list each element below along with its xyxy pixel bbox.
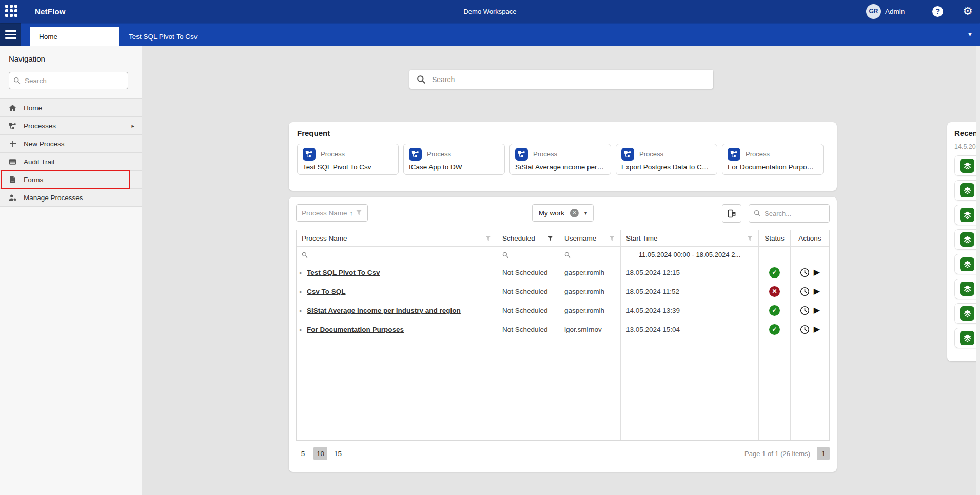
process-table-section: Process Name ↑ My work ✕ ▾ Process Name: [289, 197, 837, 472]
process-icon: [409, 148, 422, 161]
sidebar-item-audit-trail[interactable]: Audit Trail: [0, 153, 142, 171]
user-role-label: Admin: [885, 8, 905, 15]
tab-home[interactable]: Home: [30, 27, 119, 46]
scheduled-cell: Not Scheduled: [497, 282, 559, 301]
sidebar-item-forms[interactable]: Forms: [0, 171, 142, 189]
success-check-icon: ✓: [772, 326, 777, 333]
process-name-link[interactable]: SiStat Average income per industry and r…: [307, 307, 461, 314]
tabs-dropdown-caret-icon[interactable]: ▼: [967, 31, 973, 37]
schedule-clock-icon[interactable]: [800, 325, 810, 334]
column-header-start-time[interactable]: Start Time: [621, 230, 759, 247]
table-header-row: Process Name Scheduled Username Start Ti…: [297, 230, 829, 247]
tab-bar: Home Test SQL Pivot To Csv ▼: [0, 23, 980, 46]
column-header-actions[interactable]: Actions: [791, 230, 829, 247]
process-name-link[interactable]: Csv To SQL: [307, 288, 346, 295]
run-play-icon[interactable]: ▶: [814, 306, 820, 314]
column-header-scheduled[interactable]: Scheduled: [497, 230, 559, 247]
frequent-process-card[interactable]: Process ICase App to DW: [403, 144, 505, 175]
frequent-process-card[interactable]: Process SiStat Average income per…: [509, 144, 611, 175]
sidebar-search[interactable]: [9, 72, 128, 89]
plus-icon: [8, 140, 17, 147]
sidebar-item-new-process[interactable]: New Process: [0, 135, 142, 153]
page-info-label: Page 1 of 1 (26 items): [744, 450, 810, 458]
sidebar-search-input[interactable]: [25, 77, 124, 85]
settings-gear-icon[interactable]: ⚙: [963, 6, 973, 17]
layers-icon: [960, 306, 974, 321]
vertical-scrollbar[interactable]: [976, 46, 980, 495]
global-search-input[interactable]: [432, 75, 706, 84]
filter-start-time-range[interactable]: 11.05.2024 00:00 - 18.05.2024 2...: [621, 247, 759, 263]
recent-section: Recent 14.5.2024: [947, 122, 980, 361]
start-time-cell: 13.05.2024 15:04: [621, 320, 759, 339]
frequent-process-card[interactable]: Process Export Postgres Data to C…: [616, 144, 717, 175]
page-size-5[interactable]: 5: [296, 447, 310, 460]
table-search[interactable]: [749, 204, 830, 223]
sidebar-item-manage-processes[interactable]: Manage Processes: [0, 189, 142, 207]
process-type-label: Process: [427, 150, 451, 158]
status-badge: ✓✕: [759, 263, 791, 282]
layers-icon: [960, 257, 974, 271]
table-row[interactable]: ▸ Test SQL Pivot To Csv Not Scheduled ga…: [297, 263, 829, 282]
process-icon: [621, 148, 634, 161]
layers-icon: [960, 282, 974, 296]
my-work-filter-value: My work: [539, 209, 564, 217]
navigation-sidebar: Navigation Home Processes ▸ New Process …: [0, 46, 142, 495]
table-search-input[interactable]: [765, 210, 825, 217]
row-expand-icon[interactable]: ▸: [300, 308, 302, 313]
run-play-icon[interactable]: ▶: [814, 325, 820, 333]
process-type-label: Process: [639, 150, 663, 158]
table-row[interactable]: ▸ SiStat Average income per industry and…: [297, 301, 829, 320]
schedule-clock-icon[interactable]: [800, 306, 810, 315]
clear-filter-icon[interactable]: ✕: [570, 209, 579, 217]
row-expand-icon[interactable]: ▸: [300, 289, 302, 294]
sort-chip-process-name[interactable]: Process Name ↑: [296, 204, 368, 222]
filter-funnel-icon[interactable]: [485, 235, 492, 242]
user-avatar[interactable]: GR: [866, 4, 881, 19]
filter-username[interactable]: [559, 247, 621, 263]
filter-funnel-icon: [356, 210, 362, 216]
filter-funnel-icon[interactable]: [747, 235, 753, 242]
run-play-icon[interactable]: ▶: [814, 268, 820, 276]
help-icon[interactable]: ?: [932, 6, 943, 17]
filter-process-name[interactable]: [297, 247, 497, 263]
column-header-status[interactable]: Status: [759, 230, 791, 247]
sidebar-item-processes[interactable]: Processes ▸: [0, 117, 142, 135]
filter-scheduled[interactable]: [497, 247, 559, 263]
column-header-username[interactable]: Username: [559, 230, 621, 247]
filter-funnel-active-icon[interactable]: [547, 235, 554, 242]
table-row[interactable]: ▸ Csv To SQL Not Scheduled gasper.romih …: [297, 282, 829, 301]
process-name: Test SQL Pivot To Csv: [303, 163, 393, 171]
page-size-15[interactable]: 15: [331, 447, 345, 460]
table-row[interactable]: ▸ For Documentation Purposes Not Schedul…: [297, 320, 829, 339]
sidebar-item-home[interactable]: Home: [0, 99, 142, 117]
page-1-button[interactable]: 1: [817, 447, 830, 460]
table-empty-area: [297, 339, 829, 440]
column-chooser-icon: [728, 209, 736, 218]
page-size-10-selected[interactable]: 10: [313, 447, 327, 460]
frequent-process-card[interactable]: Process Test SQL Pivot To Csv: [297, 144, 399, 175]
row-expand-icon[interactable]: ▸: [300, 327, 302, 332]
tab-test-sql-pivot[interactable]: Test SQL Pivot To Csv: [119, 27, 208, 46]
process-type-label: Process: [746, 150, 770, 158]
processes-icon: [8, 122, 17, 130]
app-grid-icon[interactable]: [5, 5, 18, 18]
layers-icon: [960, 159, 974, 173]
filter-funnel-icon[interactable]: [609, 235, 615, 242]
column-chooser-button[interactable]: [722, 204, 741, 223]
process-name-link[interactable]: Test SQL Pivot To Csv: [307, 269, 380, 276]
chevron-down-icon: ▾: [584, 210, 587, 216]
run-play-icon[interactable]: ▶: [814, 287, 820, 295]
frequent-process-card[interactable]: Process For Documentation Purpo…: [722, 144, 824, 175]
forms-icon: [8, 176, 17, 184]
row-expand-icon[interactable]: ▸: [300, 270, 302, 275]
scheduled-cell: Not Scheduled: [497, 263, 559, 282]
schedule-clock-icon[interactable]: [800, 287, 810, 296]
hamburger-menu-icon[interactable]: [0, 23, 21, 46]
search-icon: [502, 252, 508, 258]
column-header-process-name[interactable]: Process Name: [297, 230, 497, 247]
my-work-filter-dropdown[interactable]: My work ✕ ▾: [532, 204, 594, 222]
global-search[interactable]: [409, 70, 713, 89]
process-name-link[interactable]: For Documentation Purposes: [307, 326, 404, 333]
schedule-clock-icon[interactable]: [800, 268, 810, 278]
app-logo-text: NetFlow: [35, 7, 66, 16]
